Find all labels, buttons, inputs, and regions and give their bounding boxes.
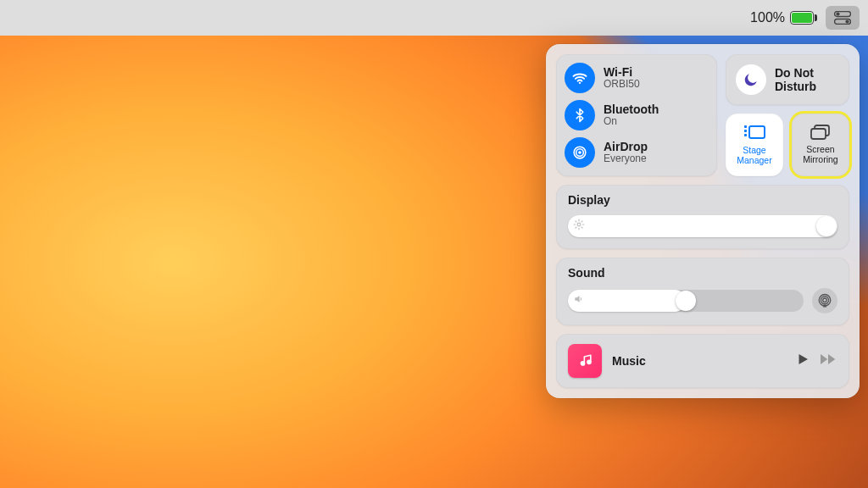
sound-label: Sound xyxy=(568,266,837,280)
screen-mirroring-button[interactable]: Screen Mirroring xyxy=(792,114,849,176)
wifi-status: ORBI50 xyxy=(604,79,640,91)
wifi-icon xyxy=(565,63,595,93)
play-icon xyxy=(795,352,810,367)
bluetooth-status: On xyxy=(604,116,659,128)
svg-rect-9 xyxy=(744,130,747,132)
svg-point-14 xyxy=(577,223,581,226)
svg-line-22 xyxy=(581,221,582,222)
svg-rect-13 xyxy=(811,129,826,139)
volume-slider-knob[interactable] xyxy=(676,291,696,311)
volume-low-icon xyxy=(573,293,585,308)
svg-point-24 xyxy=(821,297,829,304)
do-not-disturb-toggle[interactable]: Do Not Disturb xyxy=(726,54,849,105)
battery-status[interactable]: 100% xyxy=(750,10,817,25)
airplay-audio-icon xyxy=(817,293,832,308)
battery-icon xyxy=(790,11,817,25)
play-button[interactable] xyxy=(795,352,810,370)
control-center-panel: Wi-Fi ORBI50 Bluetooth On xyxy=(546,44,860,398)
now-playing-module[interactable]: Music xyxy=(556,334,849,388)
moon-icon xyxy=(736,64,766,95)
svg-rect-11 xyxy=(749,126,765,138)
control-center-icon xyxy=(834,11,851,25)
svg-rect-8 xyxy=(744,125,747,128)
airdrop-status: Everyone xyxy=(604,153,648,165)
menu-bar: 100% xyxy=(0,0,868,36)
stage-manager-toggle[interactable]: Stage Manager xyxy=(726,114,783,176)
brightness-low-icon xyxy=(573,219,585,234)
bluetooth-label: Bluetooth xyxy=(604,103,659,116)
next-track-button[interactable] xyxy=(819,352,837,370)
do-not-disturb-label: Do Not Disturb xyxy=(775,66,839,93)
control-center-toggle-button[interactable] xyxy=(826,6,860,30)
connectivity-module: Wi-Fi ORBI50 Bluetooth On xyxy=(556,54,717,176)
svg-point-27 xyxy=(587,360,591,363)
stage-manager-icon xyxy=(743,124,766,142)
wifi-label: Wi-Fi xyxy=(604,65,640,79)
svg-point-4 xyxy=(579,82,581,84)
now-playing-title: Music xyxy=(612,354,785,368)
svg-line-19 xyxy=(576,221,576,222)
stage-manager-label: Stage Manager xyxy=(726,146,783,165)
screen-mirroring-icon xyxy=(810,125,832,141)
airdrop-label: AirDrop xyxy=(604,140,648,153)
svg-point-5 xyxy=(578,151,581,154)
bluetooth-icon xyxy=(565,100,595,130)
svg-line-20 xyxy=(581,227,582,228)
fast-forward-icon xyxy=(819,352,837,367)
brightness-slider-knob[interactable] xyxy=(816,216,837,236)
svg-point-26 xyxy=(581,362,585,365)
airdrop-toggle[interactable]: AirDrop Everyone xyxy=(565,137,705,168)
brightness-slider[interactable] xyxy=(568,215,837,237)
volume-slider[interactable] xyxy=(568,290,804,312)
airdrop-icon xyxy=(565,137,595,168)
battery-percent-label: 100% xyxy=(750,10,785,25)
svg-point-23 xyxy=(823,298,827,302)
music-app-icon xyxy=(568,344,602,378)
audio-output-button[interactable] xyxy=(812,288,837,313)
svg-rect-10 xyxy=(744,134,747,136)
svg-point-1 xyxy=(836,12,839,15)
display-module: Display xyxy=(556,185,849,249)
bluetooth-toggle[interactable]: Bluetooth On xyxy=(565,100,705,130)
wifi-toggle[interactable]: Wi-Fi ORBI50 xyxy=(565,63,705,93)
sound-module: Sound xyxy=(556,258,849,325)
svg-point-3 xyxy=(845,19,849,23)
screen-mirroring-label: Screen Mirroring xyxy=(792,145,849,164)
display-label: Display xyxy=(568,193,837,207)
svg-line-21 xyxy=(576,227,576,228)
